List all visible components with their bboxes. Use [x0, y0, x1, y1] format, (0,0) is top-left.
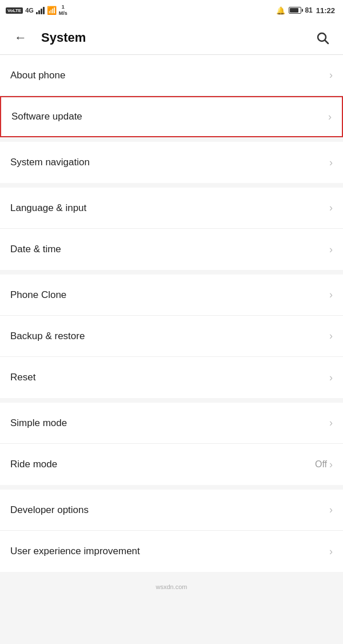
settings-group-2: System navigation ›	[0, 142, 343, 183]
system-navigation-label: System navigation	[10, 157, 90, 168]
menu-item-ride-mode[interactable]: Ride mode Off ›	[0, 444, 343, 485]
date-time-label: Date & time	[10, 244, 61, 255]
simple-mode-right: ›	[329, 417, 333, 429]
signal-bar-4	[43, 7, 45, 14]
reset-right: ›	[329, 372, 333, 384]
menu-item-phone-clone[interactable]: Phone Clone ›	[0, 275, 343, 316]
chevron-icon: ›	[329, 69, 333, 81]
svg-line-1	[325, 40, 329, 43]
signal-bar-2	[38, 10, 40, 14]
menu-item-software-update[interactable]: Software update ›	[0, 96, 343, 137]
volte-badge: VoLTE	[6, 7, 23, 14]
speed-value: 1	[59, 4, 67, 10]
status-bar: VoLTE 4G 📶 1 M/s 🔔 81 11:22	[0, 0, 343, 21]
watermark: wsxdn.com	[0, 577, 343, 595]
backup-restore-right: ›	[329, 330, 333, 342]
menu-item-developer-options[interactable]: Developer options ›	[0, 490, 343, 531]
ride-mode-value: Off	[315, 459, 327, 470]
reset-label: Reset	[10, 372, 35, 383]
status-right: 🔔 81 11:22	[276, 6, 335, 15]
user-experience-right: ›	[329, 546, 333, 558]
time-display: 11:22	[316, 6, 335, 15]
battery-percent: 81	[305, 6, 312, 14]
chevron-icon: ›	[329, 330, 333, 342]
settings-list: About phone › Software update › System n…	[0, 55, 343, 572]
chevron-icon: ›	[329, 459, 333, 471]
wifi-icon: 📶	[47, 6, 57, 15]
ride-mode-right: Off ›	[315, 459, 333, 471]
menu-item-reset[interactable]: Reset ›	[0, 357, 343, 398]
software-update-right: ›	[328, 111, 332, 123]
speed-unit: M/s	[59, 10, 67, 17]
chevron-icon: ›	[329, 546, 333, 558]
chevron-icon: ›	[328, 111, 332, 123]
menu-item-date-time[interactable]: Date & time ›	[0, 229, 343, 270]
about-phone-label: About phone	[10, 70, 65, 81]
menu-item-about-phone[interactable]: About phone ›	[0, 55, 343, 96]
battery-icon	[289, 7, 301, 14]
about-phone-right: ›	[329, 69, 333, 81]
developer-options-right: ›	[329, 504, 333, 516]
status-left: VoLTE 4G 📶 1 M/s	[6, 4, 67, 17]
chevron-icon: ›	[329, 504, 333, 516]
language-input-label: Language & input	[10, 202, 86, 214]
simple-mode-label: Simple mode	[10, 418, 67, 429]
battery-fill	[290, 8, 298, 13]
backup-restore-label: Backup & restore	[10, 331, 85, 342]
back-arrow-icon: ←	[14, 30, 27, 45]
signal-bar-1	[36, 12, 38, 14]
menu-item-simple-mode[interactable]: Simple mode ›	[0, 403, 343, 444]
header: ← System	[0, 21, 343, 55]
chevron-icon: ›	[329, 244, 333, 256]
search-icon	[316, 31, 329, 45]
system-navigation-right: ›	[329, 157, 333, 169]
signal-4g-label: 4G	[25, 7, 34, 14]
settings-group-4: Phone Clone › Backup & restore › Reset ›	[0, 275, 343, 398]
phone-clone-label: Phone Clone	[10, 289, 66, 301]
developer-options-label: Developer options	[10, 504, 89, 516]
chevron-icon: ›	[329, 157, 333, 169]
menu-item-language-input[interactable]: Language & input ›	[0, 188, 343, 229]
signal-bars	[36, 6, 45, 14]
language-input-right: ›	[329, 202, 333, 214]
chevron-icon: ›	[329, 417, 333, 429]
vibrate-icon: 🔔	[276, 6, 285, 15]
search-button[interactable]	[311, 26, 334, 49]
settings-group-3: Language & input › Date & time ›	[0, 188, 343, 270]
chevron-icon: ›	[329, 372, 333, 384]
settings-group-1: About phone › Software update ›	[0, 55, 343, 137]
menu-item-system-navigation[interactable]: System navigation ›	[0, 142, 343, 183]
ride-mode-label: Ride mode	[10, 459, 57, 470]
page-title: System	[41, 30, 302, 45]
menu-item-backup-restore[interactable]: Backup & restore ›	[0, 316, 343, 357]
settings-group-6: Developer options › User experience impr…	[0, 490, 343, 572]
settings-group-5: Simple mode › Ride mode Off ›	[0, 403, 343, 485]
menu-item-user-experience[interactable]: User experience improvement ›	[0, 531, 343, 572]
software-update-label: Software update	[11, 111, 82, 122]
signal-bar-3	[41, 9, 42, 14]
date-time-right: ›	[329, 244, 333, 256]
phone-clone-right: ›	[329, 289, 333, 301]
chevron-icon: ›	[329, 289, 333, 301]
chevron-icon: ›	[329, 202, 333, 214]
back-button[interactable]: ←	[9, 26, 32, 49]
speed-display: 1 M/s	[59, 4, 67, 17]
user-experience-label: User experience improvement	[10, 546, 140, 557]
